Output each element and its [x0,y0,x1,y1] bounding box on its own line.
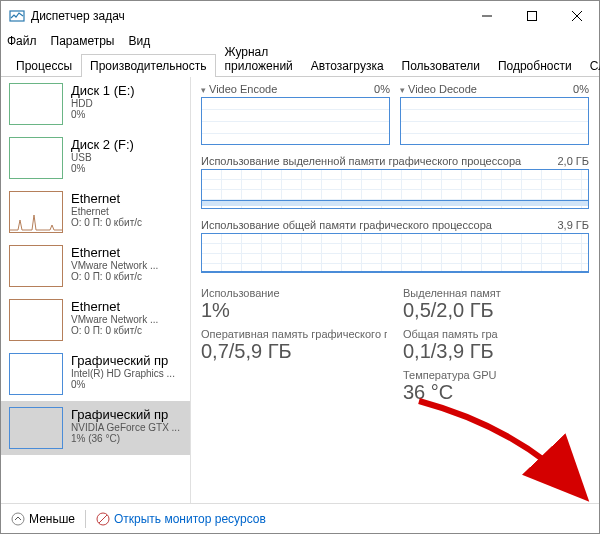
gpu-chart-1: ▾Video Decode0% [400,83,589,145]
mem-chart [201,233,589,273]
chart-body [201,97,390,145]
footer: Меньше Открыть монитор ресурсов [1,503,599,533]
sidebar-title: Графический пр [71,353,175,368]
sidebar-sub1: HDD [71,98,135,109]
task-manager-window: Диспетчер задач Файл Параметры Вид Проце… [0,0,600,534]
sidebar-sub1: USB [71,152,134,163]
sidebar-thumb [9,407,63,449]
chevron-down-icon[interactable]: ▾ [400,85,405,95]
window-title: Диспетчер задач [31,9,464,23]
tab-strip: ПроцессыПроизводительностьЖурнал приложе… [1,51,599,77]
sidebar-sub1: NVIDIA GeForce GTX ... [71,422,180,433]
sidebar-item-2[interactable]: EthernetEthernetО: 0 П: 0 кбит/с [1,185,190,239]
sidebar-item-0[interactable]: Диск 1 (E:)HDD0% [1,77,190,131]
sidebar-title: Диск 2 (F:) [71,137,134,152]
sidebar-item-4[interactable]: EthernetVMware Network ...О: 0 П: 0 кбит… [1,293,190,347]
svg-rect-2 [527,12,536,21]
stat-ram-value: 0,7/5,9 ГБ [201,340,387,363]
sidebar[interactable]: Диск 1 (E:)HDD0%Диск 2 (F:)USB0%Ethernet… [1,77,191,503]
app-icon [9,8,25,24]
sidebar-title: Ethernet [71,191,142,206]
tab-3[interactable]: Автозагрузка [302,54,393,77]
tab-4[interactable]: Пользователи [393,54,489,77]
titlebar[interactable]: Диспетчер задач [1,1,599,31]
sidebar-thumb [9,299,63,341]
stat-usage-label: Использование [201,287,387,299]
sidebar-sub1: Ethernet [71,206,142,217]
main-panel: ▾Video Encode0%▾Video Decode0% Использов… [191,77,599,503]
stat-dedicated-label: Выделенная памят [403,287,589,299]
sidebar-title: Ethernet [71,245,158,260]
stat-usage-value: 1% [201,299,387,322]
chart-body [400,97,589,145]
sidebar-item-1[interactable]: Диск 2 (F:)USB0% [1,131,190,185]
close-button[interactable] [554,1,599,31]
sidebar-item-6[interactable]: Графический прNVIDIA GeForce GTX ...1% (… [1,401,190,455]
svg-line-7 [99,515,107,523]
stats-grid: Использование 1% Оперативная память граф… [201,287,589,404]
sidebar-item-3[interactable]: EthernetVMware Network ...О: 0 П: 0 кбит… [1,239,190,293]
sidebar-sub1: VMware Network ... [71,260,158,271]
sidebar-thumb [9,245,63,287]
sidebar-sub2: 0% [71,163,134,174]
sidebar-thumb [9,353,63,395]
resmon-icon [96,512,110,526]
tab-5[interactable]: Подробности [489,54,581,77]
menu-options[interactable]: Параметры [51,34,115,48]
sidebar-sub2: 0% [71,109,135,120]
sidebar-sub2: О: 0 П: 0 кбит/с [71,271,158,282]
sidebar-sub2: 1% (36 °C) [71,433,180,444]
stat-ram-label: Оперативная память графического процессо… [201,328,387,340]
sidebar-title: Диск 1 (E:) [71,83,135,98]
stat-temp-value: 36 °C [403,381,589,404]
gpu-chart-0: ▾Video Encode0% [201,83,390,145]
menu-view[interactable]: Вид [128,34,150,48]
sidebar-sub2: О: 0 П: 0 кбит/с [71,325,158,336]
sidebar-title: Ethernet [71,299,158,314]
chevron-up-icon [11,512,25,526]
sidebar-sub2: О: 0 П: 0 кбит/с [71,217,142,228]
sidebar-sub2: 0% [71,379,175,390]
chevron-down-icon[interactable]: ▾ [201,85,206,95]
mem-section-0: Использование выделенной памяти графичес… [201,155,589,209]
sidebar-title: Графический пр [71,407,180,422]
open-resmon-link[interactable]: Открыть монитор ресурсов [96,512,266,526]
sidebar-item-5[interactable]: Графический прIntel(R) HD Graphics ...0% [1,347,190,401]
stat-temp-label: Температура GPU [403,369,589,381]
fewer-details-toggle[interactable]: Меньше [11,512,75,526]
menu-file[interactable]: Файл [7,34,37,48]
stat-shared-label: Общая память гра [403,328,589,340]
stat-dedicated-value: 0,5/2,0 ГБ [403,299,589,322]
stat-shared-value: 0,1/3,9 ГБ [403,340,589,363]
sidebar-sub1: VMware Network ... [71,314,158,325]
svg-point-5 [12,513,24,525]
tab-0[interactable]: Процессы [7,54,81,77]
minimize-button[interactable] [464,1,509,31]
sidebar-thumb [9,83,63,125]
mem-section-1: Использование общей памяти графического … [201,219,589,273]
mem-chart [201,169,589,209]
sidebar-sub1: Intel(R) HD Graphics ... [71,368,175,379]
annotation-arrow [409,393,599,503]
tab-6[interactable]: Службы [581,54,600,77]
tab-2[interactable]: Журнал приложений [216,40,302,77]
sidebar-thumb [9,137,63,179]
maximize-button[interactable] [509,1,554,31]
sidebar-thumb [9,191,63,233]
tab-1[interactable]: Производительность [81,54,215,77]
